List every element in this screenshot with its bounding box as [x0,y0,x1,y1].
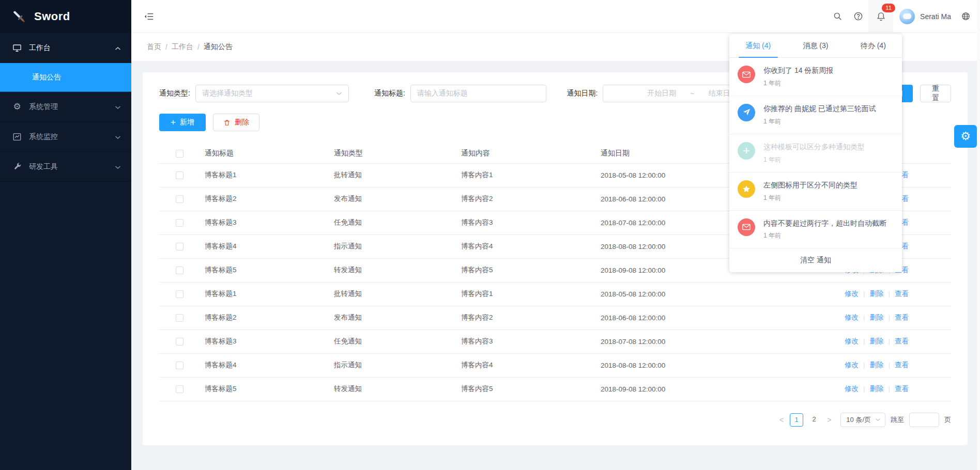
page-2-button[interactable]: 2 [807,413,821,427]
delete-button[interactable]: 删除 [213,114,259,131]
sidebar-item-workbench[interactable]: 工作台 [0,33,131,63]
delete-link[interactable]: 删除 [870,337,884,345]
notification-time: 1 年前 [763,231,886,240]
select-all-checkbox[interactable] [176,150,183,158]
add-button[interactable]: + 新增 [159,114,206,131]
view-link[interactable]: 查看 [895,385,909,393]
page: Sword 工作台 通知公告 ⚙ 系统管理 [0,0,980,470]
sidebar-item-notice[interactable]: 通知公告 [0,63,131,92]
row-checkbox[interactable] [176,338,183,346]
mail-icon [738,66,755,83]
help-icon[interactable] [848,0,868,33]
notification-item[interactable]: 你收到了 14 份新周报 1 年前 [729,58,902,96]
settings-button[interactable]: ⚙ [954,125,977,148]
row-checkbox[interactable] [176,243,183,250]
table-row: 博客标题3 任免通知 博客内容3 2018-07-08 12:00:00 修改|… [159,330,951,353]
edit-link[interactable]: 修改 [845,290,859,297]
action-divider: | [889,385,891,393]
clear-notifications-button[interactable]: 清空 通知 [729,248,902,272]
cell-title: 博客标题5 [196,377,326,401]
cell-content: 博客内容4 [453,234,592,258]
row-checkbox[interactable] [176,290,183,298]
notification-title: 这种模板可以区分多种通知类型 [763,142,865,152]
sword-logo-icon [11,9,27,24]
column-header-type: 通知类型 [326,144,453,163]
sidebar-item-system-monitor[interactable]: 系统监控 [0,122,131,152]
delete-link[interactable]: 删除 [870,290,884,297]
page-1-button[interactable]: 1 [790,413,803,427]
row-checkbox[interactable] [176,195,183,203]
cell-title: 博客标题2 [196,306,326,330]
cell-type: 发布通知 [326,306,453,330]
reset-button[interactable]: 重 置 [920,85,951,102]
cell-content: 博客内容4 [453,353,592,377]
send-icon [738,104,755,121]
cell-title: 博客标题1 [196,282,326,306]
notification-item[interactable]: 左侧图标用于区分不同的类型 1 年前 [729,173,902,211]
cell-date: 2018-06-08 12:00:00 [592,306,804,330]
cell-title: 博客标题3 [196,330,326,353]
notification-time: 1 年前 [763,155,865,164]
notification-item[interactable]: 你推荐的 曲妮妮 已通过第三轮面试 1 年前 [729,96,902,134]
view-link[interactable]: 查看 [895,337,909,345]
cell-date: 2018-05-08 12:00:00 [592,282,804,306]
chevron-down-icon [115,103,121,111]
chevron-down-icon [115,163,121,171]
header-actions: 11 Serati Ma [827,0,980,33]
tab-messages[interactable]: 消息 (3) [787,34,844,57]
collapse-sidebar-icon[interactable] [144,11,154,22]
cell-content: 博客内容2 [453,306,592,330]
edit-link[interactable]: 修改 [845,314,859,321]
edit-link[interactable]: 修改 [845,361,859,369]
scrollbar[interactable] [977,0,980,470]
breadcrumb-workbench[interactable]: 工作台 [172,42,193,52]
next-page-button[interactable]: > [827,416,831,424]
cell-type: 指示通知 [326,234,453,258]
notification-title: 左侧图标用于区分不同的类型 [763,180,858,190]
row-checkbox[interactable] [176,362,183,369]
delete-link[interactable]: 删除 [870,314,884,321]
page-suffix-label: 页 [944,415,951,425]
breadcrumb-home[interactable]: 首页 [147,42,161,52]
row-checkbox[interactable] [176,314,183,322]
delete-link[interactable]: 删除 [870,361,884,369]
cell-title: 博客标题4 [196,353,326,377]
top-header: 11 Serati Ma [131,0,980,33]
jump-to-input[interactable] [909,413,939,427]
chevron-down-icon [336,91,342,96]
view-link[interactable]: 查看 [895,361,909,369]
trash-icon [223,119,231,127]
notice-title-label: 通知标题: [374,89,405,98]
sidebar-item-system-manage[interactable]: ⚙ 系统管理 [0,92,131,122]
row-checkbox[interactable] [176,171,183,179]
prev-page-button[interactable]: < [779,416,784,424]
notice-type-select[interactable]: 请选择通知类型 [195,85,349,102]
row-checkbox[interactable] [176,385,183,393]
tab-todos[interactable]: 待办 (4) [845,34,902,57]
notification-tabs: 通知 (4) 消息 (3) 待办 (4) [729,34,902,58]
sidebar-item-dev-tools[interactable]: 研发工具 [0,152,131,182]
notifications-bell[interactable]: 11 [868,0,893,33]
user-menu[interactable]: Serati Ma [899,9,951,24]
edit-link[interactable]: 修改 [845,385,859,393]
notification-badge: 11 [882,4,895,12]
notification-title: 内容不要超过两行字，超出时自动截断 [763,218,886,228]
sidebar-item-label: 系统监控 [29,132,115,142]
cell-date: 2018-08-08 12:00:00 [592,353,804,377]
view-link[interactable]: 查看 [895,290,909,297]
row-checkbox[interactable] [176,267,183,274]
edit-link[interactable]: 修改 [845,337,859,345]
tab-notifications[interactable]: 通知 (4) [729,34,787,57]
language-globe-icon[interactable] [954,0,977,33]
delete-link[interactable]: 删除 [870,385,884,393]
cell-type: 批转通知 [326,163,453,187]
notice-title-input[interactable]: 请输入通知标题 [410,85,546,102]
notification-item[interactable]: 内容不要超过两行字，超出时自动截断 1 年前 [729,211,902,249]
notification-item[interactable]: + 这种模板可以区分多种通知类型 1 年前 [729,134,902,173]
view-link[interactable]: 查看 [895,314,909,321]
logo[interactable]: Sword [0,0,131,33]
row-checkbox[interactable] [176,219,183,227]
sidebar-item-label: 研发工具 [29,162,115,171]
search-icon[interactable] [827,0,848,33]
page-size-select[interactable]: 10 条/页 [840,413,885,427]
